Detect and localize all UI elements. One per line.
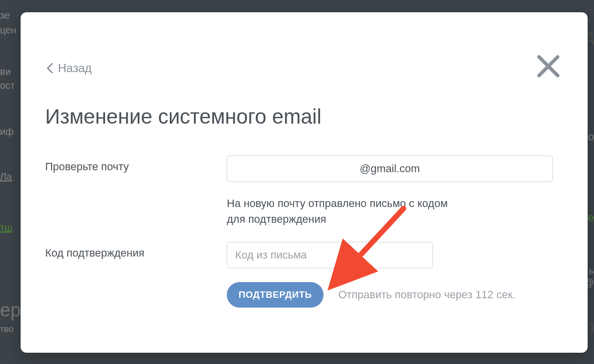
code-label: Код подтверждения — [45, 242, 227, 260]
email-row: Проверьте почту На новую почту отправлен… — [45, 156, 563, 227]
change-email-modal: Назад Изменение системного email Проверь… — [21, 12, 588, 353]
check-email-label: Проверьте почту — [45, 156, 227, 173]
close-icon — [536, 54, 561, 78]
bg-text: тво — [0, 324, 14, 335]
info-line2: для подтверждения — [227, 213, 326, 225]
chevron-left-icon — [46, 63, 53, 74]
code-row: Код подтверждения ПОДТВЕРДИТЬ Отправить … — [45, 242, 563, 308]
code-input[interactable] — [227, 242, 433, 268]
resend-countdown: Отправить повторно через 112 сек. — [338, 288, 515, 301]
bg-text: зе — [0, 10, 10, 21]
back-button[interactable]: Назад — [46, 61, 92, 75]
bg-text: иф — [0, 126, 14, 137]
bg-text: тш — [0, 222, 12, 234]
bg-text: цен — [0, 25, 16, 36]
bg-text: е — [588, 211, 594, 225]
modal-title: Изменение системного email — [45, 105, 563, 129]
bg-text: ви — [0, 66, 11, 78]
action-row: ПОДТВЕРДИТЬ Отправить повторно через 112… — [227, 282, 563, 308]
email-input[interactable] — [227, 156, 553, 182]
bg-text: ь — [589, 265, 594, 276]
bg-text: Ла — [0, 171, 12, 182]
back-label: Назад — [58, 61, 92, 75]
bg-text: о — [588, 130, 594, 143]
bg-text: ер — [0, 300, 21, 321]
confirm-button[interactable]: ПОДТВЕРДИТЬ — [227, 282, 324, 308]
info-line1: На новую почту отправлено письмо с кодом — [227, 197, 448, 209]
bg-text: ост — [0, 80, 15, 91]
info-text: На новую почту отправлено письмо с кодом… — [227, 196, 563, 227]
close-button[interactable] — [536, 54, 561, 78]
